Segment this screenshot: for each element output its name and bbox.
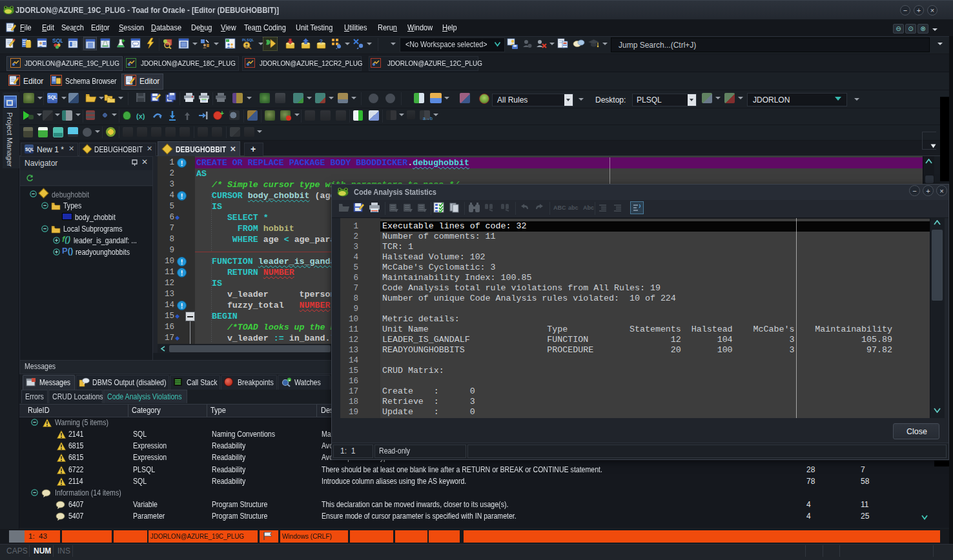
svg-text:PLSQL: PLSQL bbox=[242, 38, 254, 42]
svg-text:+: + bbox=[288, 378, 291, 382]
svg-text:?: ? bbox=[320, 38, 323, 45]
svg-text:SQL: SQL bbox=[52, 37, 63, 44]
